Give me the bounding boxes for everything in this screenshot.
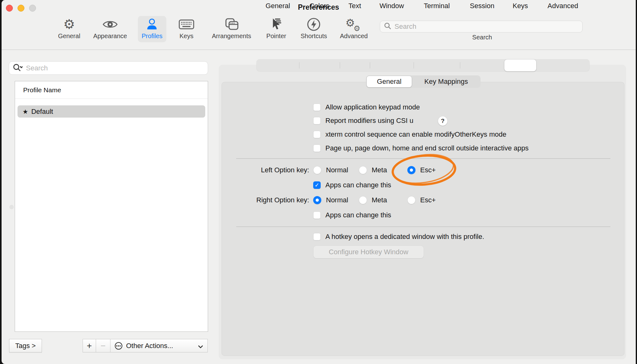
profile-name: Default: [31, 108, 53, 116]
toolbar-item-general[interactable]: ⚙ General: [54, 16, 84, 42]
preferences-window: Preferences ⚙ General Appearance Profile…: [2, 0, 636, 364]
subtab-key-mappings[interactable]: Key Mappings: [424, 76, 468, 87]
checkbox-hotkey-window[interactable]: ✓: [313, 233, 321, 240]
checkbox-right-apps-change[interactable]: ✓: [313, 211, 321, 219]
toolbar-search-placeholder: Search: [395, 23, 416, 31]
toolbar-item-arrangements[interactable]: Arrangements: [208, 16, 255, 42]
remove-profile-button: −: [96, 339, 110, 352]
selected-tab-highlight: [504, 59, 536, 71]
right-option-esc-radio[interactable]: [407, 196, 415, 204]
toolbar-item-keys[interactable]: Keys: [175, 16, 198, 42]
tab-colors[interactable]: Colors: [309, 0, 329, 12]
keyboard-icon: [179, 16, 194, 33]
checkbox-left-apps-change[interactable]: ✓: [313, 181, 321, 189]
tab-window[interactable]: Window: [380, 0, 404, 12]
section-divider: [236, 226, 610, 227]
tab-general[interactable]: General: [266, 0, 290, 12]
right-option-key-label: Right Option key:: [215, 195, 309, 205]
toolbar-search-item-label: Search: [451, 34, 513, 41]
list-header-divider: [15, 99, 208, 99]
profile-list: Profile Name ★ Default: [15, 81, 208, 332]
tab-advanced[interactable]: Advanced: [548, 0, 578, 12]
toolbar-search-field[interactable]: Search: [380, 21, 583, 33]
window-edge-dot: [9, 205, 14, 209]
keys-general-panel: [222, 82, 624, 356]
help-button[interactable]: ?: [438, 116, 447, 126]
left-option-meta-radio[interactable]: [359, 166, 367, 174]
right-option-meta-radio[interactable]: [359, 196, 367, 204]
checkbox-csi-u[interactable]: ✓: [313, 117, 321, 124]
star-icon: ★: [23, 108, 28, 115]
cursor-icon: [269, 16, 283, 33]
left-option-key-label: Left Option key:: [215, 165, 309, 175]
person-icon: [145, 16, 159, 33]
profile-tab-bar: [257, 59, 589, 71]
tab-text[interactable]: Text: [349, 0, 361, 12]
toolbar-item-advanced[interactable]: ⚙⚙ Advanced: [336, 16, 372, 42]
windows-icon: [224, 16, 239, 33]
tab-session[interactable]: Session: [470, 0, 494, 12]
profile-search-field[interactable]: Search: [9, 61, 208, 75]
other-actions-dropdown[interactable]: ••• Other Actions...: [110, 339, 208, 352]
profile-actions-group: + − ••• Other Actions...: [83, 339, 208, 352]
toolbar-item-shortcuts[interactable]: Shortcuts: [297, 16, 331, 42]
gears-icon: ⚙⚙: [345, 16, 362, 33]
configure-hotkey-window-button: Configure Hotkey Window: [313, 246, 424, 258]
toolbar-item-profiles[interactable]: Profiles: [138, 16, 166, 42]
tab-terminal[interactable]: Terminal: [424, 0, 450, 12]
profile-list-header: Profile Name: [23, 86, 61, 94]
toolbar-item-appearance[interactable]: Appearance: [89, 16, 131, 42]
gear-icon: ⚙: [63, 16, 75, 33]
left-option-esc-radio[interactable]: [407, 166, 415, 174]
add-profile-button[interactable]: +: [83, 339, 96, 352]
screen: Preferences ⚙ General Appearance Profile…: [0, 0, 637, 364]
checkbox-page-scroll[interactable]: ✓: [313, 144, 321, 152]
search-menu-icon: [13, 63, 23, 73]
checkbox-modify-other-keys[interactable]: ✓: [313, 131, 321, 138]
section-divider: [236, 158, 610, 159]
tags-button[interactable]: Tags >: [9, 339, 42, 352]
profile-search-placeholder: Search: [26, 64, 48, 72]
checkbox-keypad-mode[interactable]: ✓: [313, 104, 321, 111]
left-option-normal-radio[interactable]: [313, 166, 321, 174]
eye-icon: [102, 16, 118, 33]
tab-keys[interactable]: Keys: [513, 0, 528, 12]
subtab-general[interactable]: General: [377, 76, 401, 87]
ellipsis-circle-icon: •••: [115, 342, 122, 350]
toolbar-item-pointer[interactable]: Pointer: [262, 16, 290, 42]
chevron-down-icon: [198, 344, 203, 350]
toolbar-divider: [2, 49, 636, 50]
profile-row-default[interactable]: ★ Default: [18, 105, 205, 118]
search-icon: [384, 22, 391, 31]
lightning-icon: [307, 16, 321, 33]
right-option-normal-radio[interactable]: [313, 196, 321, 204]
